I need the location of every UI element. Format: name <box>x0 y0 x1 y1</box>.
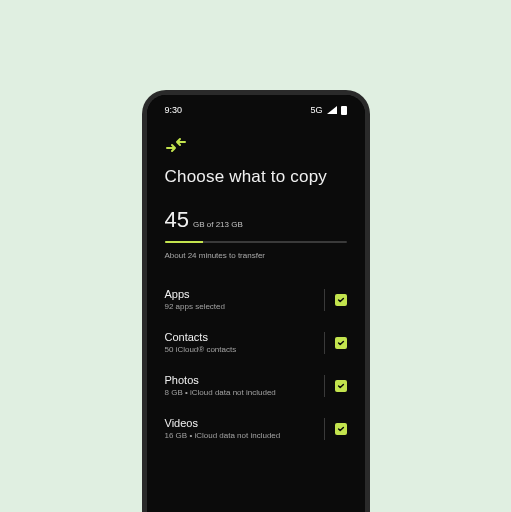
signal-icon <box>327 106 337 114</box>
storage-progress-bar <box>165 241 347 243</box>
checkbox[interactable] <box>335 423 347 435</box>
check-icon <box>337 382 345 390</box>
storage-summary: 45 GB of 213 GB <box>165 207 347 233</box>
divider <box>324 418 325 440</box>
list-item[interactable]: Videos 16 GB • iCloud data not included <box>165 407 347 450</box>
item-right <box>324 289 347 311</box>
checkbox[interactable] <box>335 337 347 349</box>
list-item[interactable]: Photos 8 GB • iCloud data not included <box>165 364 347 407</box>
phone-frame: 9:30 5G Choose what to copy 45 GB of 213… <box>142 90 370 512</box>
network-label: 5G <box>310 105 322 115</box>
item-text: Apps 92 apps selected <box>165 288 226 311</box>
divider <box>324 375 325 397</box>
item-text: Photos 8 GB • iCloud data not included <box>165 374 276 397</box>
item-right <box>324 375 347 397</box>
divider <box>324 332 325 354</box>
item-text: Videos 16 GB • iCloud data not included <box>165 417 281 440</box>
item-subtitle: 50 iCloud® contacts <box>165 345 237 354</box>
check-icon <box>337 425 345 433</box>
item-title: Apps <box>165 288 226 300</box>
status-right: 5G <box>310 105 346 115</box>
storage-progress-fill <box>165 241 203 243</box>
item-subtitle: 8 GB • iCloud data not included <box>165 388 276 397</box>
item-subtitle: 92 apps selected <box>165 302 226 311</box>
checkbox[interactable] <box>335 294 347 306</box>
check-icon <box>337 296 345 304</box>
status-time: 9:30 <box>165 105 183 115</box>
item-subtitle: 16 GB • iCloud data not included <box>165 431 281 440</box>
transfer-arrows-icon <box>165 137 347 153</box>
storage-total-label: GB of 213 GB <box>193 220 243 229</box>
checkbox[interactable] <box>335 380 347 392</box>
screen: 9:30 5G Choose what to copy 45 GB of 213… <box>147 95 365 512</box>
list-item[interactable]: Contacts 50 iCloud® contacts <box>165 321 347 364</box>
item-title: Photos <box>165 374 276 386</box>
item-text: Contacts 50 iCloud® contacts <box>165 331 237 354</box>
check-icon <box>337 339 345 347</box>
item-title: Contacts <box>165 331 237 343</box>
item-right <box>324 418 347 440</box>
storage-used-number: 45 <box>165 207 189 233</box>
page-title: Choose what to copy <box>165 167 347 187</box>
item-title: Videos <box>165 417 281 429</box>
battery-icon <box>341 106 347 115</box>
status-bar: 9:30 5G <box>165 95 347 119</box>
list-item[interactable]: Apps 92 apps selected <box>165 278 347 321</box>
divider <box>324 289 325 311</box>
item-right <box>324 332 347 354</box>
time-estimate: About 24 minutes to transfer <box>165 251 347 260</box>
